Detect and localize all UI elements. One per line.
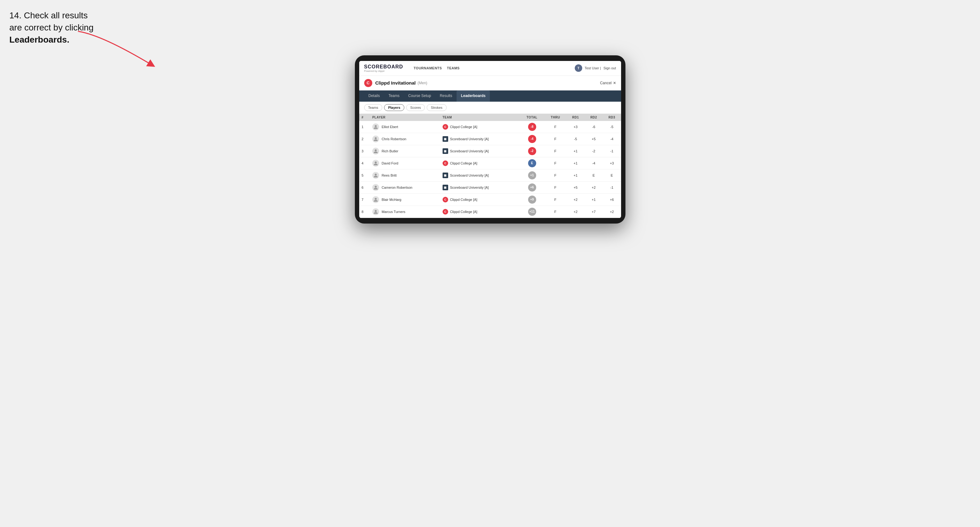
team-name: Clippd College [A]	[450, 125, 477, 129]
team-logo: ▦	[442, 136, 448, 142]
player-name: Elliot Ebert	[382, 125, 398, 129]
cell-thru: F	[544, 205, 566, 217]
cell-player: Rees Britt	[370, 169, 440, 181]
cell-total: +11	[520, 205, 544, 217]
player-name: David Ford	[382, 161, 398, 165]
team-logo: ▦	[442, 173, 448, 178]
tab-course-setup[interactable]: Course Setup	[404, 90, 436, 102]
cell-rd2: +7	[585, 205, 603, 217]
player-avatar	[372, 136, 379, 143]
cell-rd2: +2	[585, 181, 603, 194]
player-avatar	[372, 160, 379, 167]
cell-rd1: +1	[566, 169, 584, 181]
tournament-type: (Men)	[418, 81, 427, 85]
sign-out-link[interactable]: Sign out	[603, 66, 616, 70]
cell-player: Cameron Robertson	[370, 181, 440, 194]
col-rd1: RD1	[566, 114, 584, 121]
cell-player: Elliot Ebert	[370, 121, 440, 133]
top-nav: SCOREBOARD Powered by clippd TOURNAMENTS…	[359, 61, 621, 76]
svg-point-5	[375, 186, 377, 187]
cell-rank: 5	[359, 169, 370, 181]
cell-rd3: -5	[603, 121, 621, 133]
cell-thru: F	[544, 157, 566, 169]
cell-total: -4	[520, 133, 544, 145]
cell-total: -2	[520, 145, 544, 157]
team-name: Clippd College [A]	[450, 210, 477, 214]
cell-team: ▦ Scoreboard University [A]	[440, 133, 520, 145]
cell-rank: 3	[359, 145, 370, 157]
team-name: Clippd College [A]	[450, 161, 477, 165]
cell-total: +6	[520, 181, 544, 194]
cell-rank: 6	[359, 181, 370, 194]
table-row: 1 Elliot Ebert C Clippd College [A] -8F+…	[359, 121, 621, 133]
table-row: 5 Rees Britt ▦ Scoreboard University [A]…	[359, 169, 621, 181]
cell-player: Chris Robertson	[370, 133, 440, 145]
cell-thru: F	[544, 133, 566, 145]
cell-player: Rich Butler	[370, 145, 440, 157]
player-name: Chris Robertson	[382, 137, 406, 141]
cell-team: ▦ Scoreboard University [A]	[440, 145, 520, 157]
tablet-frame: SCOREBOARD Powered by clippd TOURNAMENTS…	[355, 56, 625, 224]
cell-team: C Clippd College [A]	[440, 194, 520, 205]
filter-strokes[interactable]: Strokes	[427, 104, 446, 111]
tab-results[interactable]: Results	[436, 90, 457, 102]
cell-player: Marcus Turners	[370, 205, 440, 217]
cell-thru: F	[544, 121, 566, 133]
tab-details[interactable]: Details	[364, 90, 384, 102]
cell-team: C Clippd College [A]	[440, 157, 520, 169]
team-logo: C	[442, 209, 448, 214]
team-logo: C	[442, 124, 448, 130]
tablet-screen: SCOREBOARD Powered by clippd TOURNAMENTS…	[359, 61, 621, 218]
cell-rd1: +3	[566, 121, 584, 133]
tab-bar: Details Teams Course Setup Results Leade…	[359, 90, 621, 102]
cell-total: +9	[520, 194, 544, 205]
nav-teams[interactable]: TEAMS	[447, 65, 460, 71]
tab-teams[interactable]: Teams	[384, 90, 404, 102]
user-avatar: T	[575, 64, 582, 72]
col-total: TOTAL	[520, 114, 544, 121]
cell-rd3: -1	[603, 145, 621, 157]
team-logo: C	[442, 160, 448, 166]
cell-thru: F	[544, 145, 566, 157]
team-name: Clippd College [A]	[450, 198, 477, 202]
filter-players[interactable]: Players	[384, 104, 404, 111]
tournament-title: Clippd Invitational	[375, 80, 416, 86]
filter-teams[interactable]: Teams	[364, 104, 382, 111]
brand-sub: Powered by clippd	[364, 70, 403, 73]
cell-rd2: -2	[585, 145, 603, 157]
cell-rank: 7	[359, 194, 370, 205]
cell-rank: 1	[359, 121, 370, 133]
score-badge: +6	[528, 183, 536, 192]
cell-team: C Clippd College [A]	[440, 205, 520, 217]
cell-team: ▦ Scoreboard University [A]	[440, 169, 520, 181]
leaderboard-table: # PLAYER TEAM TOTAL THRU RD1 RD2 RD3 1 E…	[359, 114, 621, 218]
cell-team: ▦ Scoreboard University [A]	[440, 181, 520, 194]
player-name: Marcus Turners	[382, 210, 405, 214]
cell-team: C Clippd College [A]	[440, 121, 520, 133]
team-logo: ▦	[442, 148, 448, 154]
filter-scores[interactable]: Scores	[406, 104, 425, 111]
cancel-button[interactable]: Cancel ✕	[600, 81, 616, 85]
col-rank: #	[359, 114, 370, 121]
cell-rd2: +5	[585, 133, 603, 145]
brand: SCOREBOARD Powered by clippd	[364, 64, 403, 73]
svg-point-7	[375, 210, 377, 212]
cell-rd1: +5	[566, 181, 584, 194]
tab-leaderboards[interactable]: Leaderboards	[457, 90, 490, 102]
col-rd3: RD3	[603, 114, 621, 121]
nav-tournaments[interactable]: TOURNAMENTS	[414, 65, 442, 71]
instruction-text: 14. Check all results are correct by cli…	[10, 10, 94, 46]
team-logo: C	[442, 197, 448, 202]
tournament-header: C Clippd Invitational (Men) Cancel ✕	[359, 76, 621, 90]
cell-player: David Ford	[370, 157, 440, 169]
cell-rd3: E	[603, 169, 621, 181]
cell-rd2: -6	[585, 121, 603, 133]
cell-rd2: -4	[585, 157, 603, 169]
player-avatar	[372, 124, 379, 130]
svg-point-2	[375, 149, 377, 151]
nav-links: TOURNAMENTS TEAMS	[414, 65, 567, 71]
cell-rd1: +1	[566, 145, 584, 157]
cell-rank: 8	[359, 205, 370, 217]
cell-rd1: -5	[566, 133, 584, 145]
svg-point-4	[375, 173, 377, 175]
